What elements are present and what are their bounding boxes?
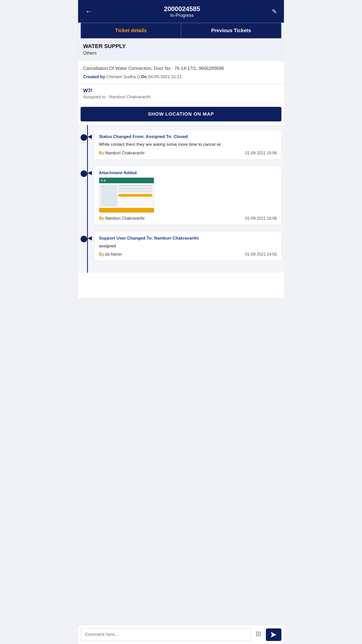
- timeline-card-2: Attachment Added: [94, 166, 281, 225]
- send-icon: [270, 631, 277, 638]
- header: ← 2000024585 In-Progress ✎: [78, 0, 284, 23]
- svg-point-7: [258, 635, 259, 636]
- comment-input[interactable]: [81, 628, 251, 641]
- timeline-arrow: ◀: [88, 235, 92, 241]
- timeline-dot: [81, 236, 87, 242]
- edit-button[interactable]: ✎: [271, 7, 278, 16]
- ticket-status: In-Progress: [93, 13, 271, 18]
- ticket-category: WATER SUPPLY: [83, 43, 279, 50]
- timeline-by: By:Namburi Chakravarthi: [99, 151, 144, 155]
- timeline-by: By:Namburi Chakravarthi: [99, 216, 144, 221]
- timeline-by: By:ds Admin: [99, 252, 122, 257]
- svg-point-8: [260, 635, 261, 636]
- timeline-title: Status Changed From: Assigned To: Closed: [99, 134, 277, 139]
- timeline-item: ◀ Support User Changed To: Namburi Chakr…: [81, 232, 281, 261]
- svg-point-6: [256, 635, 257, 636]
- content-area: WATER SUPPLY Others Cancellation Of Wate…: [78, 38, 284, 298]
- ticket-created-by: Created by Chintam Sudha () On 04-05-202…: [83, 74, 279, 79]
- tab-ticket-details[interactable]: Ticket details: [81, 23, 181, 38]
- svg-point-3: [256, 633, 257, 634]
- show-location-button[interactable]: SHOW LOCATION ON MAP: [81, 107, 281, 121]
- ticket-description-section: Cancellation Of Water Connection, Door N…: [78, 61, 284, 84]
- timeline-date: 01-09-2021 18:06: [245, 216, 277, 221]
- timeline-date: 01-09-2021 14:50: [245, 252, 277, 257]
- timeline-card-3: Support User Changed To: Namburi Chakrav…: [94, 232, 281, 261]
- timeline-item: ◀ Status Changed From: Assigned To: Clos…: [81, 130, 281, 159]
- timeline-title: Attachment Added: [99, 170, 277, 175]
- svg-point-5: [260, 633, 261, 634]
- timeline: ◀ Status Changed From: Assigned To: Clos…: [78, 125, 284, 273]
- timeline-dot: [81, 170, 87, 177]
- svg-marker-9: [271, 632, 276, 637]
- ticket-description: Cancellation Of Water Connection, Door N…: [83, 65, 279, 72]
- tab-previous-tickets[interactable]: Previous Tickets: [181, 23, 281, 38]
- timeline-body: assigned: [99, 243, 277, 249]
- grid-icon-button[interactable]: [253, 629, 263, 640]
- send-button[interactable]: [266, 628, 281, 641]
- svg-point-1: [258, 631, 259, 633]
- back-button[interactable]: ←: [84, 7, 93, 17]
- timeline-arrow: ◀: [88, 169, 92, 176]
- ticket-subcategory: Others: [83, 51, 279, 56]
- svg-point-2: [260, 631, 261, 633]
- assigned-to: Assigned to - Namburi Chakravarthi: [83, 95, 279, 100]
- map-button-wrapper: SHOW LOCATION ON MAP: [78, 103, 284, 125]
- ticket-assignment-section: W7/ Assigned to - Namburi Chakravarthi: [78, 84, 284, 103]
- ticket-id: 2000024585: [93, 5, 271, 13]
- attachment-thumbnail[interactable]: [99, 177, 154, 213]
- timeline-footer: By:ds Admin 01-09-2021 14:50: [99, 252, 277, 257]
- grid-icon: [255, 630, 262, 637]
- tabs-container: Ticket details Previous Tickets: [81, 23, 281, 38]
- comment-bar: [78, 625, 284, 644]
- work-order-id: W7/: [83, 88, 279, 94]
- timeline-dot: [81, 134, 87, 141]
- svg-point-4: [258, 633, 259, 634]
- timeline-item: ◀ Attachment Added: [81, 166, 281, 225]
- timeline-title: Support User Changed To: Namburi Chakrav…: [99, 236, 277, 241]
- timeline-arrow: ◀: [88, 133, 92, 140]
- timeline-card-1: Status Changed From: Assigned To: Closed…: [94, 130, 281, 159]
- timeline-body: While contact them they are asking some …: [99, 141, 277, 148]
- timeline-footer: By:Namburi Chakravarthi 01-09-2021 18:06: [99, 151, 277, 155]
- timeline-date: 01-09-2021 18:06: [245, 151, 277, 155]
- ticket-category-section: WATER SUPPLY Others: [78, 38, 284, 61]
- svg-point-0: [256, 631, 257, 633]
- header-center: 2000024585 In-Progress: [93, 5, 271, 18]
- timeline-footer: By:Namburi Chakravarthi 01-09-2021 18:06: [99, 216, 277, 221]
